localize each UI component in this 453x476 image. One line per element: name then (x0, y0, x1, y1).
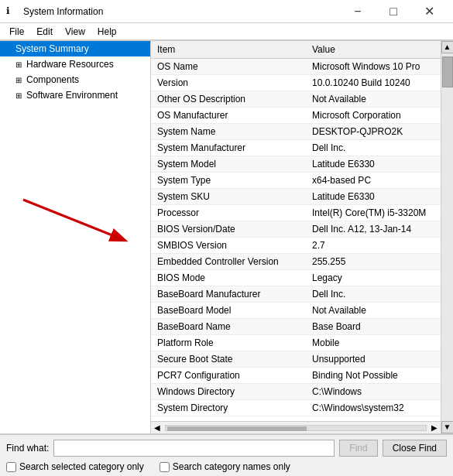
table-row[interactable]: System SKULatitude E6330 (151, 189, 441, 205)
v-scroll-down-btn[interactable]: ▼ (441, 421, 454, 433)
right-panel: Item Value OS NameMicrosoft Windows 10 P… (151, 41, 441, 433)
menu-item-view[interactable]: View (59, 25, 91, 39)
cell-value: Not Available (306, 303, 441, 319)
h-scroll-right-btn[interactable]: ▶ (428, 423, 441, 432)
cell-item: BaseBoard Name (151, 319, 306, 335)
cell-item: OS Manufacturer (151, 108, 306, 124)
table-row[interactable]: Other OS DescriptionNot Available (151, 91, 441, 108)
table-row[interactable]: Embedded Controller Version255.255 (151, 254, 441, 270)
table-row[interactable]: OS NameMicrosoft Windows 10 Pro (151, 59, 441, 75)
cell-value: Latitude E6330 (306, 189, 441, 205)
cell-item: BaseBoard Manufacturer (151, 286, 306, 303)
table-row[interactable]: System NameDESKTOP-QJPRO2K (151, 124, 441, 140)
cell-item: Platform Role (151, 335, 306, 351)
menu-bar: FileEditViewHelp (0, 23, 453, 40)
table-row[interactable]: Version10.0.10240 Build 10240 (151, 75, 441, 91)
close-button[interactable]: ✕ (411, 0, 447, 23)
cell-item: System Model (151, 156, 306, 173)
tree-item-system-summary[interactable]: System Summary (0, 41, 150, 57)
title-controls: − □ ✕ (340, 0, 447, 23)
search-names-label[interactable]: Search category names only (160, 461, 290, 472)
table-row[interactable]: Secure Boot StateUnsupported (151, 351, 441, 368)
cell-value: Latitude E6330 (306, 156, 441, 173)
right-panel-wrapper: Item Value OS NameMicrosoft Windows 10 P… (151, 41, 453, 433)
table-row[interactable]: Platform RoleMobile (151, 335, 441, 351)
tree-label-components: Components (26, 74, 79, 85)
cell-value: Dell Inc. A12, 13-Jan-14 (306, 221, 441, 238)
tree-expander-software-environment[interactable]: ⊞ (15, 91, 25, 100)
find-input[interactable] (53, 440, 335, 457)
tree-label-software-environment: Software Environment (26, 90, 118, 101)
find-row-2: Search selected category only Search cat… (6, 461, 447, 472)
cell-item: Embedded Controller Version (151, 254, 306, 270)
search-selected-label[interactable]: Search selected category only (6, 461, 144, 472)
table-row[interactable]: Windows DirectoryC:\Windows (151, 384, 441, 400)
table-row[interactable]: BaseBoard NameBase Board (151, 319, 441, 335)
search-names-checkbox[interactable] (160, 462, 170, 472)
h-scroll-left-btn[interactable]: ◀ (151, 423, 163, 432)
window-title: System Information (23, 6, 103, 17)
search-selected-checkbox[interactable] (6, 462, 16, 472)
table-row[interactable]: SMBIOS Version2.7 (151, 238, 441, 254)
table-row[interactable]: PCR7 ConfigurationBinding Not Possible (151, 368, 441, 384)
maximize-button[interactable]: □ (376, 0, 411, 23)
menu-item-file[interactable]: File (3, 25, 30, 39)
v-scroll-track[interactable] (441, 53, 454, 421)
table-row[interactable]: System ModelLatitude E6330 (151, 156, 441, 173)
horizontal-scrollbar[interactable]: ◀ ▶ (151, 421, 441, 433)
title-bar-left: ℹ System Information (6, 5, 103, 18)
column-header-value: Value (306, 41, 441, 59)
title-bar: ℹ System Information − □ ✕ (0, 0, 453, 23)
cell-value: Not Available (306, 91, 441, 108)
cell-item: PCR7 Configuration (151, 368, 306, 384)
cell-item: System Name (151, 124, 306, 140)
table-row[interactable]: BaseBoard ManufacturerDell Inc. (151, 286, 441, 303)
table-row[interactable]: BIOS Version/DateDell Inc. A12, 13-Jan-1… (151, 221, 441, 238)
cell-value: Unsupported (306, 351, 441, 368)
tree-label-hardware-resources: Hardware Resources (26, 59, 114, 70)
tree-expander-hardware-resources[interactable]: ⊞ (15, 60, 25, 69)
cell-value: 10.0.10240 Build 10240 (306, 75, 441, 91)
tree-item-software-environment[interactable]: ⊞Software Environment (0, 87, 150, 103)
menu-item-help[interactable]: Help (91, 25, 123, 39)
system-info-table: Item Value OS NameMicrosoft Windows 10 P… (151, 41, 441, 416)
cell-item: Version (151, 75, 306, 91)
table-row[interactable]: ProcessorIntel(R) Core(TM) i5-3320M (151, 205, 441, 221)
minimize-button[interactable]: − (340, 0, 376, 23)
find-what-label: Find what: (6, 443, 49, 454)
find-button[interactable]: Find (339, 440, 377, 457)
cell-value: Dell Inc. (306, 140, 441, 156)
tree-item-hardware-resources[interactable]: ⊞Hardware Resources (0, 57, 150, 72)
tree-expander-components[interactable]: ⊞ (15, 76, 25, 84)
cell-value: Microsoft Windows 10 Pro (306, 59, 441, 75)
cell-item: SMBIOS Version (151, 238, 306, 254)
cell-value: Microsoft Corporation (306, 108, 441, 124)
menu-item-edit[interactable]: Edit (30, 25, 59, 39)
tree-item-components[interactable]: ⊞Components (0, 72, 150, 87)
table-row[interactable]: System ManufacturerDell Inc. (151, 140, 441, 156)
cell-value: Mobile (306, 335, 441, 351)
cell-item: System SKU (151, 189, 306, 205)
h-scroll-track[interactable] (165, 425, 427, 431)
cell-item: BaseBoard Model (151, 303, 306, 319)
h-scroll-thumb[interactable] (167, 426, 307, 431)
cell-value: C:\Windows\system32 (306, 400, 441, 416)
table-row[interactable]: System DirectoryC:\Windows\system32 (151, 400, 441, 416)
app-icon: ℹ (6, 5, 19, 18)
table-row[interactable]: BIOS ModeLegacy (151, 270, 441, 286)
cell-item: Windows Directory (151, 384, 306, 400)
v-scroll-thumb[interactable] (442, 57, 453, 87)
table-row[interactable]: BaseBoard ModelNot Available (151, 303, 441, 319)
table-row[interactable]: OS ManufacturerMicrosoft Corporation (151, 108, 441, 124)
v-scroll-up-btn[interactable]: ▲ (441, 41, 454, 53)
close-find-button[interactable]: Close Find (383, 440, 447, 457)
cell-value: Intel(R) Core(TM) i5-3320M (306, 205, 441, 221)
cell-value: 2.7 (306, 238, 441, 254)
main-content: System Summary⊞Hardware Resources⊞Compon… (0, 40, 453, 433)
vertical-scrollbar[interactable]: ▲ ▼ (441, 41, 453, 433)
cell-item: BIOS Mode (151, 270, 306, 286)
table-container[interactable]: Item Value OS NameMicrosoft Windows 10 P… (151, 41, 441, 421)
tree-label-system-summary: System Summary (15, 43, 89, 54)
table-row[interactable]: System Typex64-based PC (151, 173, 441, 189)
find-row-1: Find what: Find Close Find (6, 440, 447, 457)
